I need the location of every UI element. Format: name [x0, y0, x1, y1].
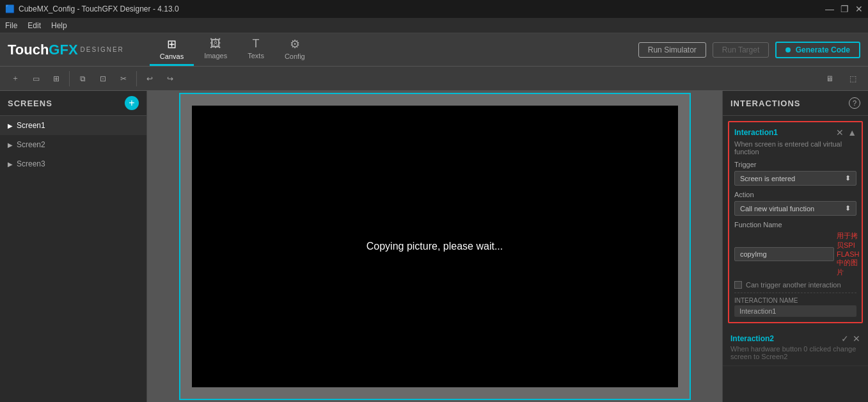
interaction2-check-button[interactable]: ✓ [841, 334, 849, 344]
tab-canvas-label: Canvas [160, 52, 184, 60]
interaction1-up-button[interactable]: ▲ [848, 127, 856, 138]
action-value: Call new virtual function [740, 205, 814, 213]
generate-label: Generate Code [796, 45, 850, 54]
header: Touch GFX DESIGNER ⊞ Canvas 🖼 Images T T… [0, 33, 868, 67]
can-trigger-label: Can trigger another interaction [746, 281, 841, 289]
interaction2-close-button[interactable]: ✕ [853, 334, 860, 344]
sidebar-header: Screens + [0, 91, 146, 116]
screen1-label: Screen1 [17, 121, 45, 130]
monitor-icon-1[interactable]: 🖥 [819, 68, 840, 89]
toolbar2: ＋ ▭ ⊞ ⧉ ⊡ ✂ ↩ ↪ 🖥 ⬚ [0, 67, 868, 91]
content: Screens + ▶ Screen1 ▶ Screen2 ▶ Screen3 … [0, 91, 868, 402]
action-chevron-icon: ⬍ [845, 204, 851, 213]
sidebar-title: Screens [8, 99, 52, 108]
interaction1-name: Interaction1 [734, 128, 778, 137]
run-simulator-button[interactable]: Run Simulator [638, 42, 706, 58]
undo-button[interactable]: ↩ [139, 68, 160, 89]
function-name-hint: 用于拷贝SPI FLASH中的图片 [837, 231, 859, 277]
titlebar-left: 🟦 CubeMX_Config - TouchGFX Designer - 4.… [5, 4, 179, 13]
right-header: INTERACTIONS ? [723, 91, 868, 116]
header-right: Run Simulator Run Target Generate Code [638, 42, 860, 58]
chevron-icon-1: ▶ [8, 122, 13, 129]
action-select[interactable]: Call new virtual function ⬍ [734, 201, 856, 216]
tab-config[interactable]: ⚙ Config [274, 33, 315, 66]
can-trigger-row: Can trigger another interaction [734, 281, 856, 289]
app-icon: 🟦 [5, 4, 15, 13]
interaction2-header: Interaction2 ✓ ✕ [730, 334, 860, 344]
can-trigger-checkbox[interactable] [734, 281, 742, 289]
interactions-title: INTERACTIONS [730, 99, 801, 108]
chevron-icon-3: ▶ [8, 161, 13, 168]
interaction-name-section-label: Interaction Name [734, 297, 856, 304]
interaction2-name: Interaction2 [730, 334, 774, 343]
interaction-name-field[interactable]: Interaction1 [734, 305, 856, 317]
logo-gfx: GFX [49, 42, 77, 58]
grid-view-button[interactable]: ⊞ [46, 68, 67, 89]
title-text: CubeMX_Config - TouchGFX Designer - 4.13… [19, 4, 179, 13]
interaction2-actions: ✓ ✕ [841, 334, 860, 344]
toolbar-separator-2 [136, 71, 137, 86]
interaction1-delete-button[interactable]: ✕ [836, 127, 844, 138]
canvas-area: Copying picture, please wait... [147, 91, 722, 402]
right-panel: INTERACTIONS ? Interaction1 ✕ ▲ When scr… [722, 91, 868, 402]
monitor-icon-2[interactable]: ⬚ [842, 68, 863, 89]
screen3-label: Screen3 [17, 159, 45, 168]
menu-file[interactable]: File [5, 21, 17, 30]
tab-texts[interactable]: T Texts [237, 33, 274, 66]
logo-designer: DESIGNER [81, 46, 124, 53]
minimize-button[interactable]: — [825, 4, 834, 14]
maximize-button[interactable]: ❐ [840, 4, 849, 14]
sidebar-item-screen2[interactable]: ▶ Screen2 [0, 135, 146, 154]
tab-images-label: Images [204, 52, 227, 60]
screen2-label: Screen2 [17, 140, 45, 149]
paste-button[interactable]: ⊡ [93, 68, 113, 89]
menu-help[interactable]: Help [51, 21, 67, 30]
copy-button[interactable]: ⧉ [72, 68, 93, 89]
tab-images[interactable]: 🖼 Images [194, 33, 237, 66]
tab-canvas[interactable]: ⊞ Canvas [150, 33, 194, 66]
function-name-row: 用于拷贝SPI FLASH中的图片 [734, 231, 856, 277]
sidebar-item-screen1[interactable]: ▶ Screen1 [0, 116, 146, 135]
toolbar-separator-1 [69, 71, 70, 86]
images-icon: 🖼 [210, 37, 221, 51]
titlebar-controls: — ❐ ✕ [825, 4, 863, 14]
generate-code-button[interactable]: Generate Code [775, 42, 860, 58]
canvas-inner: Copying picture, please wait... [192, 106, 678, 387]
canvas-frame: Copying picture, please wait... [179, 93, 691, 400]
add-screen-button[interactable]: ＋ [5, 68, 26, 89]
menubar: File Edit Help [0, 18, 868, 33]
add-screen-button[interactable]: + [125, 96, 139, 110]
canvas-text: Copying picture, please wait... [367, 241, 503, 252]
texts-icon: T [253, 37, 260, 51]
generate-dot [785, 47, 791, 52]
redo-button[interactable]: ↪ [160, 68, 180, 89]
menu-edit[interactable]: Edit [28, 21, 41, 30]
help-button[interactable]: ? [849, 97, 860, 109]
tab-texts-label: Texts [248, 52, 264, 60]
logo: Touch GFX DESIGNER [8, 42, 124, 58]
run-target-button[interactable]: Run Target [713, 42, 769, 58]
titlebar: 🟦 CubeMX_Config - TouchGFX Designer - 4.… [0, 0, 868, 18]
divider [734, 293, 856, 293]
trigger-chevron-icon: ⬍ [845, 174, 851, 182]
interaction1-desc: When screen is entered call virtual func… [734, 140, 856, 156]
action-label: Action [734, 191, 856, 198]
screen-view-button[interactable]: ▭ [26, 68, 46, 89]
logo-touch: Touch [8, 42, 49, 58]
nav-tabs: ⊞ Canvas 🖼 Images T Texts ⚙ Config [150, 33, 315, 66]
canvas-icon: ⊞ [167, 37, 177, 51]
cut-button[interactable]: ✂ [113, 68, 134, 89]
interaction1-header: Interaction1 ✕ ▲ [734, 127, 856, 138]
close-button[interactable]: ✕ [855, 4, 863, 14]
sidebar-item-screen3[interactable]: ▶ Screen3 [0, 154, 146, 173]
trigger-value: Screen is entered [740, 175, 795, 182]
config-icon: ⚙ [290, 37, 300, 51]
interaction1-actions: ✕ ▲ [836, 127, 856, 138]
interaction1-card: Interaction1 ✕ ▲ When screen is entered … [728, 121, 863, 323]
interaction2-desc: When hardware button 0 clicked change sc… [730, 345, 860, 360]
sidebar: Screens + ▶ Screen1 ▶ Screen2 ▶ Screen3 [0, 91, 147, 402]
function-name-input[interactable] [734, 247, 834, 261]
toolbar2-right: 🖥 ⬚ [819, 68, 863, 89]
trigger-select[interactable]: Screen is entered ⬍ [734, 171, 856, 186]
trigger-label: Trigger [734, 161, 856, 168]
